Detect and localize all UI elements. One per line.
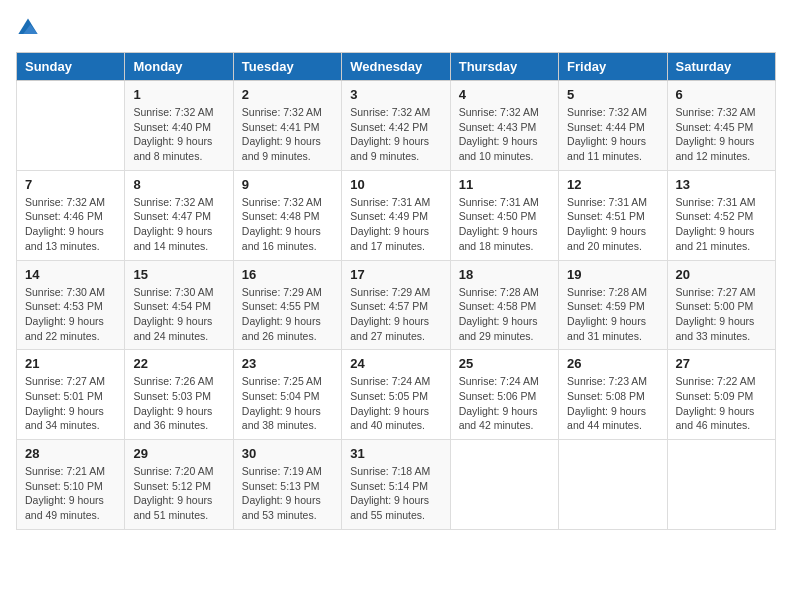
- day-info: Sunrise: 7:26 AM Sunset: 5:03 PM Dayligh…: [133, 374, 224, 433]
- week-row-4: 21Sunrise: 7:27 AM Sunset: 5:01 PM Dayli…: [17, 350, 776, 440]
- day-info: Sunrise: 7:31 AM Sunset: 4:50 PM Dayligh…: [459, 195, 550, 254]
- weekday-header-saturday: Saturday: [667, 53, 775, 81]
- calendar-cell: 26Sunrise: 7:23 AM Sunset: 5:08 PM Dayli…: [559, 350, 667, 440]
- day-info: Sunrise: 7:32 AM Sunset: 4:42 PM Dayligh…: [350, 105, 441, 164]
- day-info: Sunrise: 7:19 AM Sunset: 5:13 PM Dayligh…: [242, 464, 333, 523]
- day-info: Sunrise: 7:31 AM Sunset: 4:52 PM Dayligh…: [676, 195, 767, 254]
- calendar-cell: 22Sunrise: 7:26 AM Sunset: 5:03 PM Dayli…: [125, 350, 233, 440]
- day-info: Sunrise: 7:18 AM Sunset: 5:14 PM Dayligh…: [350, 464, 441, 523]
- calendar-cell: 1Sunrise: 7:32 AM Sunset: 4:40 PM Daylig…: [125, 81, 233, 171]
- day-info: Sunrise: 7:29 AM Sunset: 4:55 PM Dayligh…: [242, 285, 333, 344]
- calendar-cell: 25Sunrise: 7:24 AM Sunset: 5:06 PM Dayli…: [450, 350, 558, 440]
- calendar-cell: 7Sunrise: 7:32 AM Sunset: 4:46 PM Daylig…: [17, 170, 125, 260]
- day-info: Sunrise: 7:31 AM Sunset: 4:51 PM Dayligh…: [567, 195, 658, 254]
- day-number: 21: [25, 356, 116, 371]
- day-number: 22: [133, 356, 224, 371]
- calendar-cell: 5Sunrise: 7:32 AM Sunset: 4:44 PM Daylig…: [559, 81, 667, 171]
- day-info: Sunrise: 7:32 AM Sunset: 4:41 PM Dayligh…: [242, 105, 333, 164]
- calendar-cell: 23Sunrise: 7:25 AM Sunset: 5:04 PM Dayli…: [233, 350, 341, 440]
- day-number: 3: [350, 87, 441, 102]
- week-row-1: 1Sunrise: 7:32 AM Sunset: 4:40 PM Daylig…: [17, 81, 776, 171]
- day-number: 1: [133, 87, 224, 102]
- day-info: Sunrise: 7:27 AM Sunset: 5:00 PM Dayligh…: [676, 285, 767, 344]
- calendar-cell: 24Sunrise: 7:24 AM Sunset: 5:05 PM Dayli…: [342, 350, 450, 440]
- day-info: Sunrise: 7:32 AM Sunset: 4:45 PM Dayligh…: [676, 105, 767, 164]
- weekday-header-sunday: Sunday: [17, 53, 125, 81]
- calendar-cell: 10Sunrise: 7:31 AM Sunset: 4:49 PM Dayli…: [342, 170, 450, 260]
- day-number: 30: [242, 446, 333, 461]
- day-info: Sunrise: 7:32 AM Sunset: 4:40 PM Dayligh…: [133, 105, 224, 164]
- day-info: Sunrise: 7:30 AM Sunset: 4:53 PM Dayligh…: [25, 285, 116, 344]
- day-info: Sunrise: 7:29 AM Sunset: 4:57 PM Dayligh…: [350, 285, 441, 344]
- day-info: Sunrise: 7:24 AM Sunset: 5:05 PM Dayligh…: [350, 374, 441, 433]
- calendar-cell: 13Sunrise: 7:31 AM Sunset: 4:52 PM Dayli…: [667, 170, 775, 260]
- day-info: Sunrise: 7:28 AM Sunset: 4:59 PM Dayligh…: [567, 285, 658, 344]
- day-info: Sunrise: 7:32 AM Sunset: 4:47 PM Dayligh…: [133, 195, 224, 254]
- day-number: 7: [25, 177, 116, 192]
- day-info: Sunrise: 7:28 AM Sunset: 4:58 PM Dayligh…: [459, 285, 550, 344]
- day-number: 25: [459, 356, 550, 371]
- day-number: 29: [133, 446, 224, 461]
- day-number: 8: [133, 177, 224, 192]
- day-number: 11: [459, 177, 550, 192]
- week-row-2: 7Sunrise: 7:32 AM Sunset: 4:46 PM Daylig…: [17, 170, 776, 260]
- day-number: 28: [25, 446, 116, 461]
- calendar-cell: [17, 81, 125, 171]
- calendar-cell: 20Sunrise: 7:27 AM Sunset: 5:00 PM Dayli…: [667, 260, 775, 350]
- logo-icon: [16, 16, 40, 40]
- day-info: Sunrise: 7:27 AM Sunset: 5:01 PM Dayligh…: [25, 374, 116, 433]
- calendar-cell: [559, 440, 667, 530]
- day-info: Sunrise: 7:32 AM Sunset: 4:44 PM Dayligh…: [567, 105, 658, 164]
- calendar-cell: 12Sunrise: 7:31 AM Sunset: 4:51 PM Dayli…: [559, 170, 667, 260]
- day-info: Sunrise: 7:32 AM Sunset: 4:43 PM Dayligh…: [459, 105, 550, 164]
- day-number: 10: [350, 177, 441, 192]
- weekday-header-friday: Friday: [559, 53, 667, 81]
- calendar-cell: 15Sunrise: 7:30 AM Sunset: 4:54 PM Dayli…: [125, 260, 233, 350]
- calendar-cell: 29Sunrise: 7:20 AM Sunset: 5:12 PM Dayli…: [125, 440, 233, 530]
- day-number: 6: [676, 87, 767, 102]
- day-info: Sunrise: 7:22 AM Sunset: 5:09 PM Dayligh…: [676, 374, 767, 433]
- calendar-cell: 6Sunrise: 7:32 AM Sunset: 4:45 PM Daylig…: [667, 81, 775, 171]
- week-row-3: 14Sunrise: 7:30 AM Sunset: 4:53 PM Dayli…: [17, 260, 776, 350]
- day-info: Sunrise: 7:25 AM Sunset: 5:04 PM Dayligh…: [242, 374, 333, 433]
- day-number: 12: [567, 177, 658, 192]
- page-header: [16, 16, 776, 40]
- logo: [16, 16, 44, 40]
- day-info: Sunrise: 7:20 AM Sunset: 5:12 PM Dayligh…: [133, 464, 224, 523]
- day-number: 18: [459, 267, 550, 282]
- day-number: 14: [25, 267, 116, 282]
- day-info: Sunrise: 7:21 AM Sunset: 5:10 PM Dayligh…: [25, 464, 116, 523]
- day-number: 17: [350, 267, 441, 282]
- calendar-cell: 27Sunrise: 7:22 AM Sunset: 5:09 PM Dayli…: [667, 350, 775, 440]
- weekday-header-thursday: Thursday: [450, 53, 558, 81]
- day-number: 27: [676, 356, 767, 371]
- calendar-cell: 19Sunrise: 7:28 AM Sunset: 4:59 PM Dayli…: [559, 260, 667, 350]
- day-number: 26: [567, 356, 658, 371]
- calendar-cell: 9Sunrise: 7:32 AM Sunset: 4:48 PM Daylig…: [233, 170, 341, 260]
- weekday-header-monday: Monday: [125, 53, 233, 81]
- calendar-cell: 18Sunrise: 7:28 AM Sunset: 4:58 PM Dayli…: [450, 260, 558, 350]
- calendar-cell: 31Sunrise: 7:18 AM Sunset: 5:14 PM Dayli…: [342, 440, 450, 530]
- weekday-header-tuesday: Tuesday: [233, 53, 341, 81]
- day-number: 15: [133, 267, 224, 282]
- day-number: 4: [459, 87, 550, 102]
- calendar-cell: 8Sunrise: 7:32 AM Sunset: 4:47 PM Daylig…: [125, 170, 233, 260]
- day-info: Sunrise: 7:32 AM Sunset: 4:48 PM Dayligh…: [242, 195, 333, 254]
- day-info: Sunrise: 7:31 AM Sunset: 4:49 PM Dayligh…: [350, 195, 441, 254]
- day-info: Sunrise: 7:30 AM Sunset: 4:54 PM Dayligh…: [133, 285, 224, 344]
- weekday-header-row: SundayMondayTuesdayWednesdayThursdayFrid…: [17, 53, 776, 81]
- calendar-cell: 28Sunrise: 7:21 AM Sunset: 5:10 PM Dayli…: [17, 440, 125, 530]
- day-number: 13: [676, 177, 767, 192]
- calendar-cell: 17Sunrise: 7:29 AM Sunset: 4:57 PM Dayli…: [342, 260, 450, 350]
- calendar-cell: 30Sunrise: 7:19 AM Sunset: 5:13 PM Dayli…: [233, 440, 341, 530]
- day-number: 9: [242, 177, 333, 192]
- calendar-cell: 4Sunrise: 7:32 AM Sunset: 4:43 PM Daylig…: [450, 81, 558, 171]
- calendar-cell: [450, 440, 558, 530]
- day-number: 19: [567, 267, 658, 282]
- calendar-table: SundayMondayTuesdayWednesdayThursdayFrid…: [16, 52, 776, 530]
- day-info: Sunrise: 7:32 AM Sunset: 4:46 PM Dayligh…: [25, 195, 116, 254]
- week-row-5: 28Sunrise: 7:21 AM Sunset: 5:10 PM Dayli…: [17, 440, 776, 530]
- day-info: Sunrise: 7:23 AM Sunset: 5:08 PM Dayligh…: [567, 374, 658, 433]
- calendar-cell: 2Sunrise: 7:32 AM Sunset: 4:41 PM Daylig…: [233, 81, 341, 171]
- day-number: 20: [676, 267, 767, 282]
